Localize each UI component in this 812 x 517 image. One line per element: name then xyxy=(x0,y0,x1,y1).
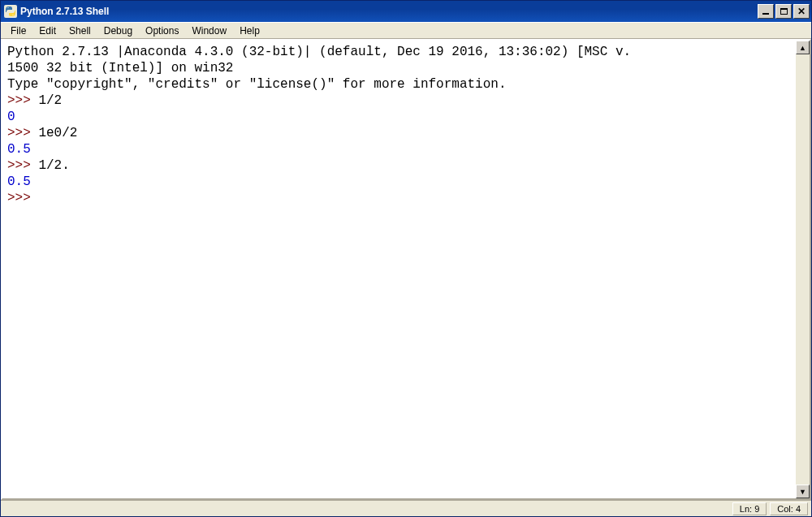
menu-shell[interactable]: Shell xyxy=(63,24,97,38)
menu-edit[interactable]: Edit xyxy=(32,24,63,38)
prompt: >>> xyxy=(7,158,38,173)
svg-point-0 xyxy=(7,7,8,8)
maximize-button[interactable] xyxy=(775,4,792,19)
shell-editor[interactable]: Python 2.7.13 |Anaconda 4.3.0 (32-bit)| … xyxy=(2,41,796,498)
output-line: 0 xyxy=(7,110,15,124)
window-title: Python 2.7.13 Shell xyxy=(20,6,758,17)
scroll-down-button[interactable]: ▼ xyxy=(796,485,810,498)
status-col: Col: 4 xyxy=(770,502,808,515)
ln-value: 9 xyxy=(754,504,759,514)
input-line: 1/2 xyxy=(38,93,62,108)
svg-point-1 xyxy=(12,15,13,15)
prompt: >>> xyxy=(7,126,38,140)
menu-window[interactable]: Window xyxy=(185,24,233,38)
ln-label: Ln: xyxy=(740,504,754,514)
vertical-scrollbar[interactable]: ▲ ▼ xyxy=(796,41,810,498)
output-line: 0.5 xyxy=(7,174,31,189)
input-line: 1e0/2 xyxy=(38,126,77,140)
banner-text: 1500 32 bit (Intel)] on win32 xyxy=(7,61,233,75)
close-button[interactable]: ✕ xyxy=(793,4,810,19)
prompt: >>> xyxy=(7,191,38,205)
col-label: Col: xyxy=(777,504,796,514)
minimize-button[interactable] xyxy=(758,4,774,19)
titlebar[interactable]: Python 2.7.13 Shell ✕ xyxy=(1,1,811,22)
menu-debug[interactable]: Debug xyxy=(97,24,139,38)
app-window: Python 2.7.13 Shell ✕ File Edit Shell De… xyxy=(0,0,812,517)
status-line: Ln: 9 xyxy=(732,502,767,515)
menubar: File Edit Shell Debug Options Window Hel… xyxy=(1,22,811,39)
menu-options[interactable]: Options xyxy=(139,24,185,38)
client-area: Python 2.7.13 |Anaconda 4.3.0 (32-bit)| … xyxy=(1,39,811,500)
statusbar: Ln: 9 Col: 4 xyxy=(1,500,811,516)
scroll-up-button[interactable]: ▲ xyxy=(796,41,810,54)
input-line: 1/2. xyxy=(38,158,69,173)
menu-file[interactable]: File xyxy=(4,24,32,38)
output-line: 0.5 xyxy=(7,142,31,157)
menu-help[interactable]: Help xyxy=(233,24,266,38)
window-buttons: ✕ xyxy=(758,4,810,19)
scroll-track[interactable] xyxy=(796,54,810,485)
prompt: >>> xyxy=(7,93,38,108)
col-value: 4 xyxy=(796,504,801,514)
python-icon xyxy=(4,5,17,18)
banner-text: Type "copyright", "credits" or "license(… xyxy=(7,77,507,92)
banner-text: Python 2.7.13 |Anaconda 4.3.0 (32-bit)| … xyxy=(7,45,631,59)
